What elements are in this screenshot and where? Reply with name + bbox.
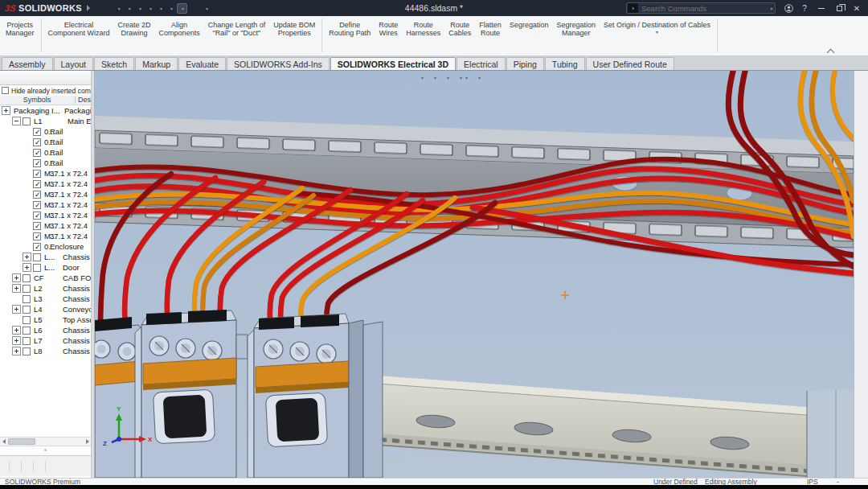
tab-solidworks-add-ins[interactable]: SOLIDWORKS Add-Ins — [227, 57, 330, 70]
redo-button[interactable]: ▾ — [166, 4, 175, 13]
horizontal-scrollbar[interactable] — [0, 437, 92, 446]
minimize-button[interactable] — [815, 4, 828, 13]
search-input[interactable] — [641, 4, 768, 13]
tree-expander-icon[interactable] — [23, 253, 31, 261]
tab-sketch[interactable]: Sketch — [94, 57, 134, 70]
undo-button[interactable]: ▾ — [156, 4, 165, 13]
tree-expander-icon[interactable] — [12, 326, 21, 335]
tab-evaluate[interactable]: Evaluate — [178, 57, 226, 70]
flatten-route-button[interactable]: FlattenRoute — [475, 16, 506, 38]
visibility-checkbox[interactable] — [33, 232, 41, 240]
breaker-switch[interactable] — [276, 398, 320, 442]
component-wizard-button[interactable]: ElectricalComponent Wizard — [44, 16, 114, 38]
search-caret-icon[interactable]: ▾ — [770, 6, 772, 11]
apply-scene-button[interactable]: ▾ — [465, 75, 468, 80]
tree-row[interactable]: L2Chassis — [0, 283, 91, 294]
tree-row[interactable]: L8Chassis — [0, 346, 91, 356]
tree-row[interactable]: L4Conveyors — [0, 304, 91, 314]
visibility-checkbox[interactable] — [23, 347, 31, 355]
tree-row[interactable]: L3Chassis — [0, 294, 91, 304]
visibility-checkbox[interactable] — [23, 337, 31, 345]
visibility-checkbox[interactable] — [23, 274, 31, 282]
update-bom-button[interactable]: Update BOMProperties — [269, 16, 319, 38]
tree-row[interactable]: 0...Rail — [0, 147, 91, 158]
select-cursor-button[interactable]: ▾ — [177, 3, 187, 14]
tree-row[interactable]: M...37.1 x 72.4 — [0, 210, 91, 220]
tree-row[interactable]: L7Chassis — [0, 335, 91, 346]
tab-tubing[interactable]: Tubing — [545, 57, 585, 70]
projects-manager-button[interactable]: ProjectsManager — [2, 16, 39, 38]
tree-row[interactable]: M...37.1 x 72.4 — [0, 199, 91, 210]
new-document-button[interactable]: ▾ — [114, 4, 123, 13]
align-components-button[interactable]: AlignComponents — [155, 16, 204, 38]
visibility-checkbox[interactable] — [23, 327, 31, 335]
collapse-ribbon-icon[interactable] — [828, 48, 834, 52]
panel-resize-handle[interactable] — [44, 449, 47, 451]
tree-row[interactable]: 0...Rail — [0, 158, 91, 168]
tree-row[interactable]: M...37.1 x 72.4 — [0, 189, 91, 199]
segregation-manager-button[interactable]: SegregationManager — [552, 16, 600, 38]
enclosure-panel[interactable] — [807, 389, 854, 478]
tab-electrical[interactable]: Electrical — [457, 57, 506, 70]
tree-row[interactable]: L5Top Assem — [0, 314, 91, 325]
visibility-checkbox[interactable] — [23, 306, 31, 314]
tree-expander-icon[interactable] — [12, 347, 21, 355]
expand-menu-icon[interactable] — [87, 5, 90, 11]
hide-inserted-checkbox[interactable] — [2, 87, 9, 94]
search-collapse-icon[interactable]: › — [628, 3, 638, 13]
visibility-checkbox[interactable] — [33, 170, 41, 178]
print-button[interactable]: ▾ — [145, 4, 154, 13]
options-gear-button[interactable]: ▾ — [202, 4, 211, 13]
visibility-checkbox[interactable] — [33, 243, 41, 251]
assembly-3d-scene[interactable]: Y X Z — [95, 71, 854, 478]
visibility-checkbox[interactable] — [33, 264, 41, 272]
tab-solidworks-electrical-3d[interactable]: SOLIDWORKS Electrical 3D — [330, 57, 456, 70]
tree-row[interactable]: Packaging I...Packaging — [0, 105, 91, 116]
tab-markup[interactable]: Markup — [135, 57, 178, 70]
visibility-checkbox[interactable] — [33, 191, 41, 199]
route-cables-button[interactable]: RouteCables — [444, 16, 475, 38]
tree-expander-icon[interactable] — [2, 106, 10, 115]
visibility-checkbox[interactable] — [33, 138, 41, 146]
display-style-button[interactable]: ▾ — [433, 75, 436, 80]
user-account-icon[interactable] — [784, 3, 794, 14]
tree-row[interactable]: M...37.1 x 72.4 — [0, 168, 91, 179]
home-button[interactable] — [108, 6, 113, 10]
route-wires-button[interactable]: RouteWires — [375, 16, 402, 38]
tree-row[interactable]: 0...Rail — [0, 126, 91, 137]
visibility-checkbox[interactable] — [23, 295, 31, 303]
open-button[interactable]: ▾ — [125, 4, 133, 13]
change-length-button[interactable]: Change Length of"Rail" or "Duct" — [204, 16, 270, 38]
restore-button[interactable] — [833, 4, 845, 13]
visibility-checkbox[interactable] — [33, 253, 41, 261]
breaker-switch[interactable] — [163, 395, 207, 439]
view-orientation-button[interactable]: ▾ — [420, 75, 424, 80]
tree-row[interactable]: L...Door — [0, 262, 91, 273]
tree-row[interactable]: CFCAB FOAM — [0, 273, 91, 283]
tree-row[interactable]: 0...Rail — [0, 137, 91, 147]
hide-show-eye-button[interactable]: ▾ — [446, 75, 449, 80]
tree-row[interactable]: L1Main Elect — [0, 116, 91, 126]
tree-expander-icon[interactable] — [12, 336, 21, 345]
tab-piping[interactable]: Piping — [506, 57, 544, 70]
visibility-checkbox[interactable] — [33, 212, 41, 220]
tree-expander-icon[interactable] — [12, 117, 21, 125]
tab-layout[interactable]: Layout — [54, 57, 94, 70]
visibility-checkbox[interactable] — [33, 201, 41, 209]
traffic-light-button[interactable] — [189, 6, 194, 10]
tree-row[interactable]: L...Chassis — [0, 252, 91, 262]
column-symbols[interactable]: Symbols — [0, 96, 74, 104]
close-button[interactable]: ✕ — [850, 4, 863, 13]
segregation-button[interactable]: Segregation — [506, 16, 553, 30]
tree-expander-icon[interactable] — [12, 273, 21, 282]
task-list-button[interactable] — [195, 6, 200, 10]
tab-assembly[interactable]: Assembly — [2, 57, 53, 70]
visibility-checkbox[interactable] — [33, 159, 41, 167]
solidworks-logo[interactable]: 3S SOLIDWORKS — [5, 3, 90, 13]
tree-expander-icon[interactable] — [12, 284, 21, 293]
scrollbar-thumb[interactable] — [8, 438, 35, 445]
visibility-checkbox[interactable] — [23, 285, 31, 293]
visibility-checkbox[interactable] — [23, 117, 31, 125]
tab-user-defined-route[interactable]: User Defined Route — [586, 57, 674, 70]
tree-expander-icon[interactable] — [12, 305, 21, 314]
